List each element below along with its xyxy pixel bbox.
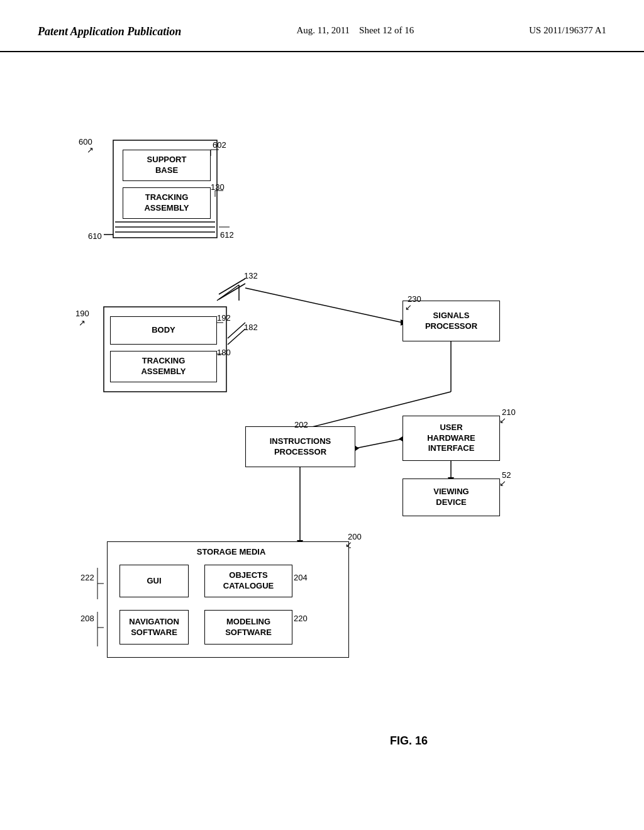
ref-52-arrow: ↙ xyxy=(499,479,506,488)
svg-line-16 xyxy=(355,439,402,448)
ref-600-arrow: ↗ xyxy=(87,145,94,155)
ref-210-arrow: ↙ xyxy=(499,416,506,425)
page-header: Patent Application Publication Aug. 11, … xyxy=(0,0,644,52)
ref-602: 602 xyxy=(213,140,226,150)
ref-230-arrow: ↙ xyxy=(405,302,412,312)
svg-line-8 xyxy=(219,284,245,299)
user-hardware-interface-box: USERHARDWAREINTERFACE xyxy=(402,416,500,461)
ref-180: 180 xyxy=(217,348,231,357)
viewing-device-box: VIEWINGDEVICE xyxy=(402,479,500,516)
ref-612: 612 xyxy=(220,230,234,240)
publication-number: US 2011/196377 A1 xyxy=(529,25,606,36)
patent-diagram: SUPPORTBASE TRACKINGASSEMBLY BODY TRACKI… xyxy=(0,52,644,807)
support-base-box: SUPPORTBASE xyxy=(123,150,211,181)
navigation-software-box: NAVIGATIONSOFTWARE xyxy=(119,610,189,645)
ref-610: 610 xyxy=(88,231,102,241)
ref-208: 208 xyxy=(80,614,94,623)
svg-line-7 xyxy=(219,279,245,294)
ref-182: 182 xyxy=(244,323,258,332)
svg-line-11 xyxy=(228,323,245,338)
objects-catalogue-box: OBJECTSCATALOGUE xyxy=(204,565,292,597)
tracking-assembly-body-box: TRACKINGASSEMBLY xyxy=(110,351,217,382)
modeling-software-box: MODELINGSOFTWARE xyxy=(204,610,292,645)
signals-processor-box: SIGNALSPROCESSOR xyxy=(402,301,500,341)
body-box: BODY xyxy=(110,316,217,345)
publication-title: Patent Application Publication xyxy=(38,25,181,38)
ref-202: 202 xyxy=(294,420,308,429)
ref-220: 220 xyxy=(294,614,308,623)
gui-box: GUI xyxy=(119,565,189,597)
svg-line-9 xyxy=(245,288,402,323)
ref-222: 222 xyxy=(80,573,94,582)
tracking-assembly-top-box: TRACKINGASSEMBLY xyxy=(123,187,211,219)
ref-190: 190 xyxy=(75,309,89,318)
instructions-processor-box: INSTRUCTIONSPROCESSOR xyxy=(245,426,355,467)
fig-label: FIG. 16 xyxy=(390,734,428,748)
publication-date-sheet: Aug. 11, 2011 Sheet 12 of 16 xyxy=(296,25,414,36)
ref-190-arrow: ↗ xyxy=(79,318,86,328)
ref-204: 204 xyxy=(294,573,308,582)
svg-line-5 xyxy=(217,285,239,301)
ref-200-arrow: ↙ xyxy=(345,540,352,549)
ref-130: 130 xyxy=(211,182,225,192)
ref-192: 192 xyxy=(217,313,231,323)
svg-line-12 xyxy=(228,329,245,345)
ref-132: 132 xyxy=(244,271,258,280)
